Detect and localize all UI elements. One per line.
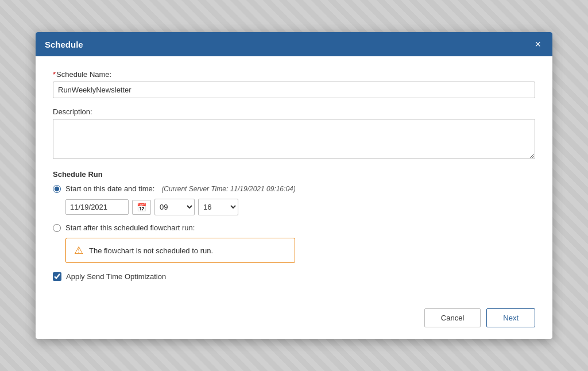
checkbox-row: Apply Send Time Optimization [53, 272, 535, 281]
dialog-body: *Schedule Name: Description: Schedule Ru… [36, 56, 552, 304]
radio-after-label: Start after this scheduled flowchart run… [65, 223, 195, 232]
warning-text: The flowchart is not scheduled to run. [89, 246, 213, 255]
date-time-row: 📅 09 10 11 12 16 00 15 30 45 [65, 199, 535, 215]
next-button[interactable]: Next [486, 308, 535, 327]
radio-after-input[interactable] [53, 224, 61, 232]
warning-box: ⚠ The flowchart is not scheduled to run. [65, 238, 295, 263]
schedule-run-section: Schedule Run Start on this date and time… [53, 170, 535, 263]
description-label: Description: [53, 107, 535, 116]
minute-select[interactable]: 16 00 15 30 45 [198, 199, 238, 215]
description-input[interactable] [53, 119, 535, 159]
calendar-icon: 📅 [137, 203, 146, 212]
required-star: * [53, 70, 56, 79]
date-input[interactable] [65, 199, 129, 215]
dialog-title: Schedule [45, 40, 83, 49]
calendar-button[interactable]: 📅 [132, 200, 151, 215]
warning-icon: ⚠ [74, 244, 83, 257]
cancel-button[interactable]: Cancel [424, 308, 481, 327]
dialog-footer: Cancel Next [36, 304, 552, 339]
server-time-note: (Current Server Time: 11/19/2021 09:16:0… [161, 185, 295, 193]
radio-after-row: Start after this scheduled flowchart run… [53, 223, 535, 232]
schedule-dialog: Schedule × *Schedule Name: Description: … [36, 32, 552, 339]
description-group: Description: [53, 107, 535, 161]
dialog-header: Schedule × [36, 32, 552, 56]
radio-start-label: Start on this date and time: [65, 184, 154, 193]
send-time-checkbox[interactable] [53, 272, 61, 281]
close-button[interactable]: × [532, 39, 543, 49]
radio-start-row: Start on this date and time: (Current Se… [53, 184, 535, 193]
schedule-name-input[interactable] [53, 82, 535, 98]
schedule-run-title: Schedule Run [53, 170, 535, 179]
schedule-name-label: *Schedule Name: [53, 70, 535, 79]
radio-start-input[interactable] [53, 185, 61, 193]
checkbox-label: Apply Send Time Optimization [66, 272, 166, 281]
schedule-name-group: *Schedule Name: [53, 70, 535, 98]
hour-select[interactable]: 09 10 11 12 [154, 199, 195, 215]
